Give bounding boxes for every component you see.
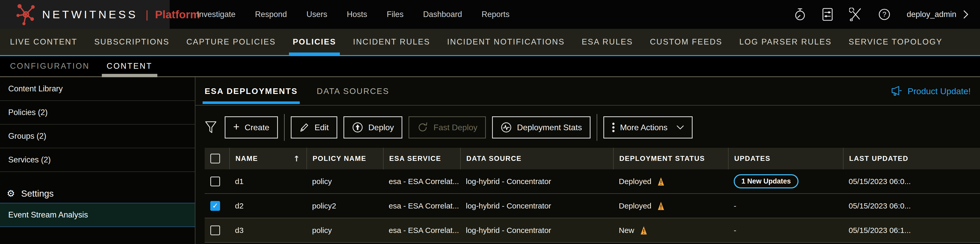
table-row-d2[interactable]: ✓ d2 policy2 esa - ESA Correlat... log-h…: [205, 194, 980, 218]
subnav-content-label: CONTENT: [107, 62, 153, 71]
tab-esa-deployments-label: ESA DEPLOYMENTS: [205, 86, 298, 96]
cell-last-updated: 05/15/2023 06:1...: [843, 218, 980, 242]
nav-esa-rules[interactable]: ESA RULES: [573, 29, 641, 55]
top-nav-item-files[interactable]: Files: [387, 10, 403, 19]
row-checkbox-cell: [205, 169, 229, 193]
deployments-toolbar: + Create Edit: [196, 116, 980, 139]
deployment-stats-button[interactable]: Deployment Stats: [492, 116, 590, 139]
fast-deploy-button[interactable]: Fast Deploy: [409, 116, 486, 139]
tab-data-sources[interactable]: DATA SOURCES: [317, 77, 389, 105]
cell-deployment-status: Deployed: [613, 169, 728, 193]
header-updates[interactable]: UPDATES: [728, 148, 843, 169]
nav-incident-rules[interactable]: INCIDENT RULES: [345, 29, 439, 55]
nav-live-content[interactable]: LIVE CONTENT: [2, 29, 86, 55]
row-d3-checkbox[interactable]: [210, 225, 220, 235]
row-d1-checkbox[interactable]: [210, 177, 220, 187]
user-menu[interactable]: deploy_admin: [907, 10, 969, 19]
status-text: New: [619, 226, 634, 235]
brand-separator: |: [145, 8, 148, 21]
brand-logo[interactable]: NETWITNESS | Platform: [0, 0, 170, 29]
top-nav-item-respond[interactable]: Respond: [255, 10, 287, 19]
top-nav-item-dashboard[interactable]: Dashboard: [423, 10, 462, 19]
status-text: Deployed: [619, 177, 651, 186]
sort-ascending-icon[interactable]: ↑: [293, 154, 300, 163]
brand-product: Platform: [155, 8, 200, 21]
header-policy-name[interactable]: POLICY NAME: [307, 148, 383, 169]
system-preferences-icon[interactable]: [822, 8, 833, 21]
sidebar-item-content-library[interactable]: Content Library: [0, 77, 195, 101]
select-all-checkbox[interactable]: [210, 154, 220, 163]
cell-updates: -: [728, 218, 843, 242]
edit-button-label: Edit: [315, 123, 329, 132]
create-button-label: Create: [245, 123, 269, 132]
active-subnav-underline: [102, 74, 158, 77]
plus-icon: +: [233, 121, 240, 132]
nav-capture-policies[interactable]: CAPTURE POLICIES: [178, 29, 284, 55]
top-bar: NETWITNESS | Platform Investigate Respon…: [0, 0, 980, 29]
filter-icon[interactable]: [205, 121, 217, 134]
header-name[interactable]: NAME ↑: [229, 148, 307, 169]
subnav-configuration[interactable]: CONFIGURATION: [2, 56, 98, 76]
deployment-stats-button-label: Deployment Stats: [517, 123, 582, 132]
gear-icon: ⚙: [7, 189, 15, 198]
admin-nav-bar: LIVE CONTENT SUBSCRIPTIONS CAPTURE POLIC…: [0, 29, 980, 56]
nav-subscriptions[interactable]: SUBSCRIPTIONS: [86, 29, 178, 55]
table-row-d3[interactable]: d3 policy esa - ESA Correlat... log-hybr…: [205, 218, 980, 243]
chevron-down-icon: [676, 125, 684, 130]
deploy-button-label: Deploy: [368, 123, 394, 132]
top-nav-item-investigate[interactable]: Investigate: [197, 10, 235, 19]
create-button[interactable]: + Create: [225, 116, 278, 139]
content-sidebar: Content Library Policies (2) Groups (2) …: [0, 77, 196, 244]
deploy-button[interactable]: Deploy: [344, 116, 402, 139]
nav-custom-feeds[interactable]: CUSTOM FEEDS: [641, 29, 731, 55]
chevron-right-icon: [963, 10, 969, 19]
cell-esa-service: esa - ESA Correlat...: [383, 169, 460, 193]
tab-esa-deployments[interactable]: ESA DEPLOYMENTS: [205, 77, 298, 105]
fast-deploy-icon: [417, 122, 428, 133]
sidebar-item-event-stream-analysis[interactable]: Event Stream Analysis: [0, 203, 195, 227]
username: deploy_admin: [907, 10, 956, 19]
top-nav: Investigate Respond Users Hosts Files Da…: [197, 10, 509, 19]
cell-last-updated: 05/15/2023 06:0...: [843, 169, 980, 193]
more-actions-button[interactable]: More Actions: [603, 116, 692, 139]
cell-data-source: log-hybrid - Concentrator: [460, 194, 613, 218]
admin-tools-icon[interactable]: [849, 8, 862, 21]
nav-log-parser-rules[interactable]: LOG PARSER RULES: [731, 29, 840, 55]
subnav-content[interactable]: CONTENT: [98, 56, 161, 76]
toolbar-divider: [597, 114, 597, 141]
sidebar-item-services[interactable]: Services (2): [0, 148, 195, 172]
top-nav-item-hosts[interactable]: Hosts: [347, 10, 367, 19]
header-deployment-status[interactable]: DEPLOYMENT STATUS: [613, 148, 728, 169]
deployment-stats-icon: [501, 122, 512, 133]
nav-service-topology[interactable]: SERVICE TOPOLOGY: [840, 29, 951, 55]
top-nav-item-users[interactable]: Users: [307, 10, 327, 19]
header-esa-service[interactable]: ESA SERVICE: [383, 148, 460, 169]
sidebar-item-groups[interactable]: Groups (2): [0, 124, 195, 148]
nav-incident-notifications[interactable]: INCIDENT NOTIFICATIONS: [439, 29, 573, 55]
header-policy-name-label: POLICY NAME: [313, 155, 366, 163]
pencil-icon: [299, 122, 310, 133]
cell-deployment-status: New: [613, 218, 728, 242]
product-update-link[interactable]: Product Update!: [891, 77, 971, 105]
check-icon: ✓: [212, 202, 218, 209]
cell-name: d3: [229, 218, 307, 242]
help-icon[interactable]: ?: [878, 8, 891, 21]
cell-policy-name: policy: [307, 169, 383, 193]
fast-deploy-button-label: Fast Deploy: [433, 123, 477, 132]
cell-esa-service: esa - ESA Correlat...: [383, 218, 460, 242]
netwitness-logo-icon: [16, 3, 35, 25]
netwitness-app: NETWITNESS | Platform Investigate Respon…: [0, 0, 980, 244]
status-text: Deployed: [619, 201, 651, 210]
nav-policies[interactable]: POLICIES: [284, 29, 345, 55]
row-d2-checkbox[interactable]: ✓: [210, 201, 220, 211]
body: Content Library Policies (2) Groups (2) …: [0, 77, 980, 244]
edit-button[interactable]: Edit: [291, 116, 337, 139]
header-last-updated[interactable]: LAST UPDATED: [843, 148, 980, 169]
table-row-d1[interactable]: d1 policy esa - ESA Correlat... log-hybr…: [205, 169, 980, 194]
deployments-tabstrip: ESA DEPLOYMENTS DATA SOURCES Product Upd…: [196, 77, 980, 105]
header-data-source[interactable]: DATA SOURCE: [460, 148, 613, 169]
sidebar-item-policies[interactable]: Policies (2): [0, 101, 195, 124]
stopwatch-icon[interactable]: [794, 8, 806, 21]
warning-icon: [657, 177, 665, 186]
top-nav-item-reports[interactable]: Reports: [482, 10, 509, 19]
